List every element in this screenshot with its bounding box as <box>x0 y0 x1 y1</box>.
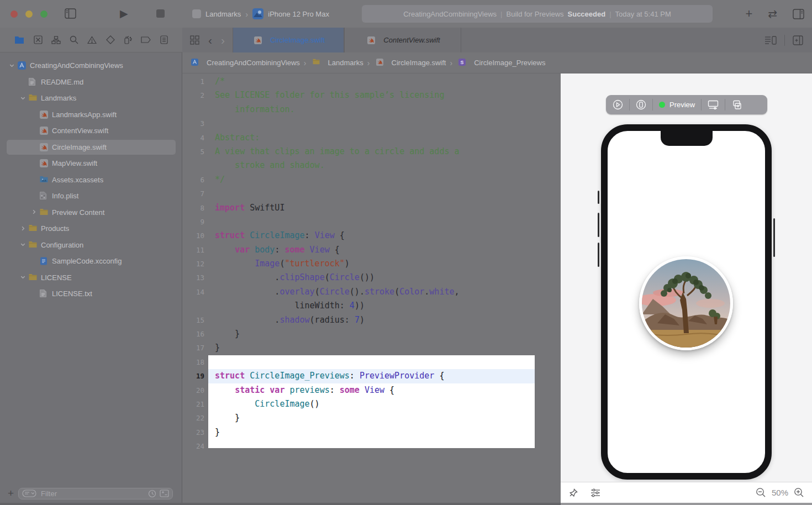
assets-icon <box>40 176 48 184</box>
breadcrumb-item[interactable]: CircleImage.swift <box>374 59 446 67</box>
maximize-window-button[interactable] <box>40 10 48 18</box>
line-number: 4 <box>182 131 204 145</box>
minimize-window-button[interactable] <box>25 10 33 18</box>
file-tree-item-creatingandcombiningviews[interactable]: CreatingAndCombiningViews <box>0 57 181 74</box>
iphone-volume-down-button <box>598 243 599 267</box>
line-number: 2 <box>182 88 204 102</box>
scheme-device[interactable]: iPhone 12 Pro Max <box>268 10 329 18</box>
file-tree-item-info-plist[interactable]: Info.plist <box>0 188 181 204</box>
breadcrumb-item[interactable]: CreatingAndCombiningViews <box>189 59 300 67</box>
run-button[interactable]: ▶ <box>120 7 128 21</box>
breakpoint-navigator-icon[interactable] <box>141 36 151 43</box>
disclosure-open-icon[interactable] <box>9 62 15 69</box>
file-tree-item-contentview-swift[interactable]: ContentView.swift <box>0 123 181 139</box>
line-number: 6 <box>182 173 204 187</box>
code-line-22: 22 } <box>182 411 561 425</box>
file-tree-item-preview-content[interactable]: Preview Content <box>0 204 181 221</box>
folder-icon <box>29 94 37 102</box>
app-icon <box>18 61 26 70</box>
file-name: README.md <box>41 78 83 86</box>
preview-settings-icon[interactable] <box>590 488 600 497</box>
folder-icon <box>40 208 48 217</box>
breadcrumb-item[interactable]: SCircleImage_Previews <box>456 59 545 67</box>
file-tree-item-configuration[interactable]: Configuration <box>0 237 181 254</box>
line-content: var body: some View { <box>215 245 340 255</box>
debug-navigator-icon[interactable] <box>124 35 132 44</box>
zoom-out-icon[interactable] <box>756 487 766 498</box>
add-file-icon[interactable]: + <box>8 487 14 499</box>
go-back-icon[interactable]: ‹ <box>208 35 212 46</box>
file-name: LICENSE.txt <box>52 290 92 298</box>
swap-arrows-icon[interactable]: ⇄ <box>768 7 777 20</box>
activity-view[interactable]: CreatingAndCombiningViews | Build for Pr… <box>362 5 713 23</box>
disclosure-open-icon[interactable] <box>20 274 27 281</box>
pin-preview-icon[interactable] <box>568 488 578 498</box>
file-tree-item-products[interactable]: Products <box>0 220 181 237</box>
breadcrumb-item[interactable]: Landmarks <box>310 59 363 67</box>
stop-button[interactable] <box>156 9 165 18</box>
breadcrumb-label: CircleImage_Previews <box>474 59 545 67</box>
filter-input[interactable] <box>40 489 145 498</box>
report-navigator-icon[interactable] <box>160 35 168 44</box>
library-add-icon[interactable]: + <box>745 7 752 21</box>
zoom-in-icon[interactable] <box>794 487 804 498</box>
line-content: stroke and shadow. <box>215 160 325 170</box>
editor-options-icon[interactable] <box>764 35 777 45</box>
file-tree-item-assets-xcassets[interactable]: Assets.xcassets <box>0 172 181 188</box>
editor-tab-circleimage-swift[interactable]: CircleImage.swift <box>233 28 344 52</box>
disclosure-open-icon[interactable] <box>20 241 27 248</box>
scheme-target[interactable]: Landmarks <box>205 10 241 18</box>
project-navigator-icon[interactable] <box>14 36 24 44</box>
line-content: See LICENSE folder for this sample’s lic… <box>215 90 444 100</box>
editor-tab-contentview-swift[interactable]: ContentView.swift <box>344 28 461 52</box>
disclosure-closed-icon[interactable] <box>31 209 38 215</box>
duplicate-preview-icon[interactable] <box>731 100 742 110</box>
source-editor[interactable]: 1/*2See LICENSE folder for this sample’s… <box>182 73 561 505</box>
recent-files-icon[interactable] <box>148 490 156 498</box>
go-forward-icon[interactable]: › <box>221 35 225 46</box>
code-line-19: 19struct CircleImage_Previews: PreviewPr… <box>182 369 561 383</box>
file-tree-item-license-txt[interactable]: LICENSE.txt <box>0 286 181 302</box>
tab-overview-icon[interactable] <box>190 35 199 45</box>
environment-overrides-icon[interactable] <box>708 100 719 109</box>
add-editor-icon[interactable] <box>793 35 803 45</box>
breadcrumb-label: CircleImage.swift <box>392 59 446 67</box>
file-tree-item-mapview-swift[interactable]: MapView.swift <box>0 155 181 172</box>
filter-menu-icon[interactable] <box>22 490 36 497</box>
close-window-button[interactable] <box>10 10 18 18</box>
issue-navigator-icon[interactable] <box>87 36 97 44</box>
find-navigator-icon[interactable] <box>70 35 78 44</box>
preview-on-device-icon[interactable] <box>636 99 646 110</box>
live-preview-icon[interactable] <box>613 99 623 110</box>
symbol-navigator-icon[interactable] <box>51 36 61 44</box>
iphone-volume-up-button <box>598 213 599 237</box>
file-tree-item-readme-md[interactable]: README.md <box>0 74 181 91</box>
code-line-14: 14 .overlay(Circle().stroke(Color.white, <box>182 285 561 299</box>
line-number: 11 <box>182 243 204 257</box>
file-tree-item-circleimage-swift[interactable]: CircleImage.swift <box>0 139 181 156</box>
line-number: 9 <box>182 215 204 229</box>
line-content: import SwiftUI <box>215 203 284 213</box>
file-name: Landmarks <box>41 94 76 102</box>
canvas-bottom-bar: 50% <box>561 482 812 503</box>
code-line-2: 2See LICENSE folder for this sample’s li… <box>182 88 561 102</box>
line-content: } <box>215 427 220 437</box>
toggle-navigator-icon[interactable] <box>65 8 76 19</box>
filter-field[interactable] <box>18 488 173 499</box>
source-control-navigator-icon[interactable] <box>34 35 43 44</box>
line-number: 12 <box>182 257 204 271</box>
scm-status-filter-icon[interactable] <box>160 490 169 497</box>
divider <box>629 99 630 111</box>
test-navigator-icon[interactable] <box>106 35 115 44</box>
disclosure-closed-icon[interactable] <box>20 225 27 232</box>
folder-icon <box>29 241 37 249</box>
disclosure-open-icon[interactable] <box>20 95 27 102</box>
jump-bar[interactable]: CreatingAndCombiningViews›Landmarks›Circ… <box>182 52 812 73</box>
disclosure-spacer <box>31 291 38 297</box>
file-tree-item-landmarks[interactable]: Landmarks <box>0 90 181 107</box>
file-tree-item-landmarksapp-swift[interactable]: LandmarksApp.swift <box>0 107 181 123</box>
file-tree-item-samplecode-xcconfig[interactable]: SampleCode.xcconfig <box>0 253 181 270</box>
file-tree-item-license[interactable]: LICENSE <box>0 270 181 286</box>
toggle-inspectors-icon[interactable] <box>793 9 804 19</box>
breadcrumb-label: CreatingAndCombiningViews <box>207 59 300 67</box>
